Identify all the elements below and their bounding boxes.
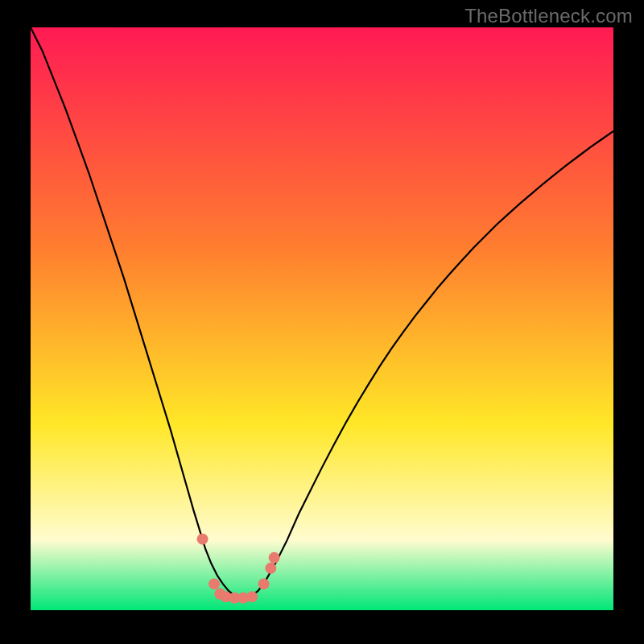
marker-point [265, 563, 276, 574]
marker-point [258, 578, 270, 589]
marker-point [269, 552, 280, 564]
marker-point [208, 578, 220, 589]
marker-point [246, 591, 258, 602]
plot-area [31, 27, 613, 610]
gradient-background [31, 27, 613, 610]
watermark-text: TheBottleneck.com [464, 5, 633, 27]
marker-point [197, 534, 208, 545]
chart-frame: TheBottleneck.com [0, 0, 644, 644]
bottleneck-chart [31, 27, 613, 610]
